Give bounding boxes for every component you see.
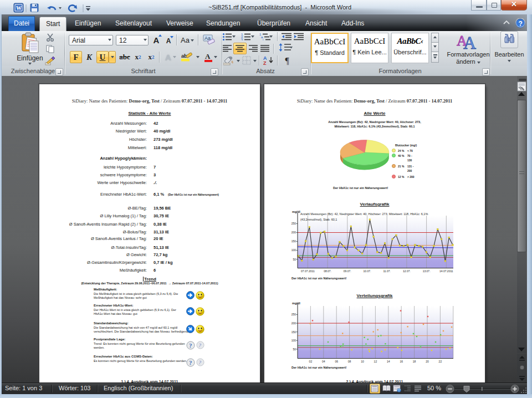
svg-text:Z: Z <box>263 60 267 65</box>
svg-text:14: 14 <box>387 360 390 363</box>
svg-text:10.07.: 10.07. <box>364 269 371 273</box>
svg-text:?: ? <box>189 359 192 366</box>
svg-text:A: A <box>205 52 211 60</box>
svg-text:04: 04 <box>322 360 325 363</box>
svg-text:200: 200 <box>291 231 296 234</box>
svg-text:06: 06 <box>335 360 338 363</box>
svg-text:09.07.: 09.07. <box>344 269 351 273</box>
svg-text:11.07.: 11.07. <box>383 269 391 273</box>
svg-text:13.07.: 13.07. <box>423 269 431 273</box>
svg-text:150: 150 <box>291 239 296 243</box>
svg-text:250: 250 <box>291 313 296 316</box>
svg-text:12.07.: 12.07. <box>403 269 411 273</box>
svg-text:50: 50 <box>293 348 296 351</box>
svg-text:07.07.2011: 07.07.2011 <box>301 269 315 273</box>
svg-text:3: 3 <box>241 38 243 40</box>
svg-text:14.07.2011: 14.07.2011 <box>439 269 453 273</box>
svg-text:08.07.: 08.07. <box>324 269 331 273</box>
svg-text:150: 150 <box>291 330 296 334</box>
svg-text:10: 10 <box>361 360 364 363</box>
svg-text:A: A <box>463 33 476 50</box>
svg-text:20: 20 <box>426 360 429 363</box>
svg-text:(43,2mmol/mol), Stab: 60,1: (43,2mmol/mol), Stab: 60,1 <box>300 218 337 221</box>
svg-text:?: ? <box>189 342 192 349</box>
svg-text:100: 100 <box>291 248 296 252</box>
svg-text:22: 22 <box>439 360 442 363</box>
svg-text:50: 50 <box>293 258 296 261</box>
svg-text:12: 12 <box>374 360 377 363</box>
svg-text:Anzahl Messungen (Bz): 42, Nie: Anzahl Messungen (Bz): 42, Niedrigster W… <box>300 212 428 216</box>
svg-text:100: 100 <box>291 339 296 342</box>
svg-text:?: ? <box>519 20 523 28</box>
svg-text:200: 200 <box>291 322 296 325</box>
svg-text:250: 250 <box>291 222 296 225</box>
svg-text:02: 02 <box>309 360 313 363</box>
svg-text:i: i <box>263 38 263 40</box>
svg-text:18: 18 <box>413 360 416 363</box>
svg-text:16: 16 <box>400 360 403 363</box>
svg-text:08: 08 <box>348 360 351 363</box>
